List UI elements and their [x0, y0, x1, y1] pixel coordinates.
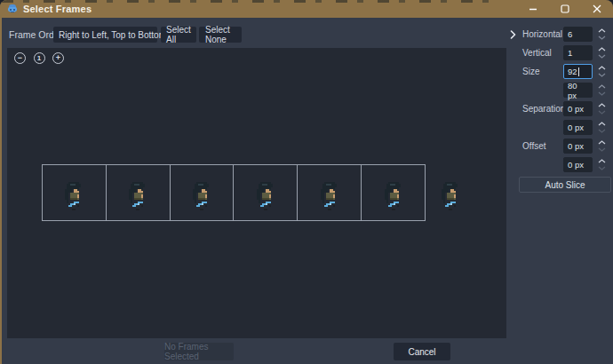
frame-order-value: Right to Left, Top to Bottom — [59, 30, 166, 40]
vertical-spinner[interactable] — [596, 45, 607, 60]
minimize-icon — [529, 4, 537, 13]
spinner-down-icon[interactable] — [598, 129, 606, 133]
separation-label: Separation — [522, 101, 563, 116]
zoom-reset-button[interactable]: 1 — [34, 52, 45, 64]
unsliced-sprite-frame — [442, 182, 459, 210]
vertical-input[interactable]: 1 — [563, 45, 593, 60]
window-title: Select Frames — [23, 0, 92, 18]
offset-label: Offset — [522, 138, 563, 154]
offset-x-spinner[interactable] — [596, 138, 607, 154]
select-frames-dialog: Select Frames Frame Order Right to — [0, 0, 613, 364]
no-frames-selected-button[interactable]: No Frames Selected — [164, 343, 234, 360]
size-width-input[interactable]: 92 — [563, 64, 593, 79]
cancel-button[interactable]: Cancel — [394, 343, 450, 360]
titlebar[interactable]: Select Frames — [0, 0, 613, 18]
spinner-up-icon[interactable] — [598, 122, 606, 126]
collapse-panel-button[interactable] — [506, 28, 519, 41]
separation-y-spinner[interactable] — [596, 120, 607, 135]
close-button[interactable] — [581, 0, 613, 18]
offset-x-input[interactable]: 0 px — [563, 138, 593, 154]
auto-slice-button[interactable]: Auto Slice — [519, 177, 611, 193]
frame-cell-3[interactable] — [171, 165, 235, 220]
frame-cell-2[interactable] — [107, 165, 171, 220]
frame-grid — [42, 164, 426, 221]
maximize-icon — [561, 4, 569, 13]
close-icon — [593, 4, 601, 13]
offset-y-input[interactable]: 0 px — [563, 157, 593, 172]
frame-cell-6[interactable] — [362, 165, 425, 220]
select-all-button[interactable]: Select All — [161, 27, 196, 43]
sprite-canvas[interactable]: − 1 + — [7, 48, 506, 338]
spinner-up-icon[interactable] — [598, 159, 606, 163]
zoom-out-button[interactable]: − — [14, 52, 26, 64]
app-icon — [7, 4, 18, 14]
spinner-up-icon[interactable] — [598, 103, 606, 107]
maximize-button[interactable] — [549, 0, 581, 18]
spinner-down-icon[interactable] — [598, 91, 606, 96]
sprite-frame — [129, 182, 147, 210]
size-height-spinner[interactable] — [596, 83, 607, 98]
spinner-up-icon[interactable] — [598, 28, 606, 33]
frame-cell-4[interactable] — [234, 165, 298, 220]
size-label: Size — [522, 64, 563, 79]
separation-x-spinner[interactable] — [596, 101, 607, 116]
horizontal-label: Horizontal — [522, 27, 563, 42]
size-width-spinner[interactable] — [596, 64, 607, 79]
sprite-frame — [65, 182, 83, 210]
vertical-label: Vertical — [522, 45, 563, 60]
offset-y-spinner[interactable] — [596, 157, 607, 172]
spinner-down-icon[interactable] — [598, 73, 606, 77]
spinner-up-icon[interactable] — [598, 47, 606, 51]
spinner-down-icon[interactable] — [598, 110, 606, 115]
spinner-up-icon[interactable] — [598, 140, 606, 145]
sprite-frame — [385, 182, 402, 210]
spinner-up-icon[interactable] — [598, 66, 606, 70]
frame-order-dropdown[interactable]: Right to Left, Top to Bottom — [53, 27, 157, 43]
horizontal-input[interactable]: 6 — [563, 27, 593, 42]
sprite-frame — [321, 182, 338, 210]
horizontal-spinner[interactable] — [596, 27, 607, 42]
text-caret — [578, 67, 579, 76]
frame-cell-1[interactable] — [43, 165, 107, 220]
zoom-in-button[interactable]: + — [52, 52, 64, 64]
spinner-down-icon[interactable] — [598, 36, 606, 40]
sprite-frame — [193, 182, 211, 210]
minimize-button[interactable] — [517, 0, 549, 18]
size-height-input[interactable]: 80 px — [563, 83, 593, 98]
select-none-button[interactable]: Select None — [199, 27, 242, 43]
chevron-right-icon — [510, 30, 516, 39]
separation-y-input[interactable]: 0 px — [563, 120, 593, 135]
spinner-down-icon[interactable] — [598, 166, 606, 170]
frame-cell-5[interactable] — [298, 165, 362, 220]
spinner-down-icon[interactable] — [598, 147, 606, 152]
spinner-down-icon[interactable] — [598, 54, 606, 59]
separation-x-input[interactable]: 0 px — [563, 101, 593, 116]
spinner-up-icon[interactable] — [598, 84, 606, 89]
sprite-frame — [257, 182, 275, 210]
